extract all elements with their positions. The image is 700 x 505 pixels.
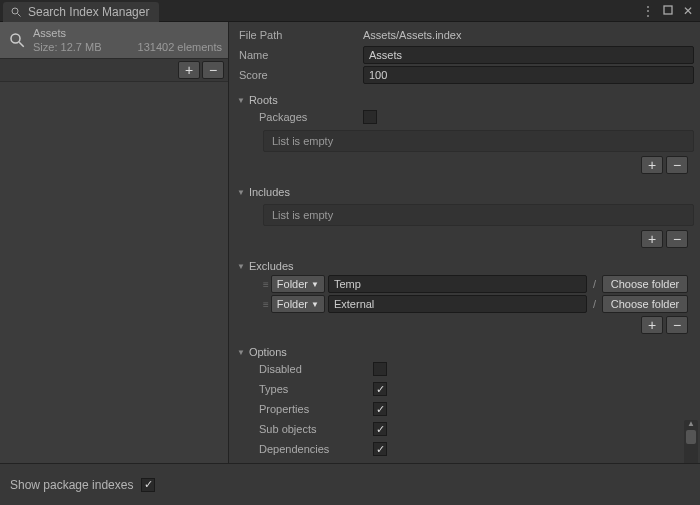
footer: Show package indexes ✓ <box>0 463 700 505</box>
roots-foldout[interactable]: ▼ Roots <box>233 92 694 108</box>
excludes-foldout[interactable]: ▼ Excludes <box>233 258 694 274</box>
chevron-down-icon: ▼ <box>237 262 245 271</box>
index-item-selected[interactable]: Assets Size: 12.7 MB 131402 elements <box>0 22 228 59</box>
chevron-down-icon: ▼ <box>311 280 319 289</box>
show-package-indexes-label: Show package indexes <box>10 478 133 492</box>
option-label: Properties <box>253 403 373 415</box>
roots-remove-button[interactable]: − <box>666 156 688 174</box>
search-icon <box>9 5 23 19</box>
separator: / <box>590 298 599 310</box>
packages-label: Packages <box>253 111 363 123</box>
file-path-label: File Path <box>233 29 363 41</box>
option-checkbox-disabled[interactable] <box>373 362 387 376</box>
excludes-add-button[interactable]: + <box>641 316 663 334</box>
roots-empty: List is empty <box>263 130 694 152</box>
remove-index-button[interactable]: − <box>202 61 224 79</box>
option-checkbox-subobjects[interactable]: ✓ <box>373 422 387 436</box>
option-checkbox-properties[interactable]: ✓ <box>373 402 387 416</box>
choose-folder-button[interactable]: Choose folder <box>602 295 688 313</box>
option-label: Sub objects <box>253 423 373 435</box>
add-index-button[interactable]: + <box>178 61 200 79</box>
index-size: Size: 12.7 MB <box>33 40 101 54</box>
maximize-icon[interactable] <box>660 4 676 18</box>
option-checkbox-types[interactable]: ✓ <box>373 382 387 396</box>
includes-foldout[interactable]: ▼ Includes <box>233 184 694 200</box>
choose-folder-button[interactable]: Choose folder <box>602 275 688 293</box>
chevron-down-icon: ▼ <box>237 96 245 105</box>
chevron-down-icon: ▼ <box>311 300 319 309</box>
svg-rect-2 <box>664 6 672 14</box>
excludes-title: Excludes <box>249 260 294 272</box>
index-name: Assets <box>33 26 222 40</box>
close-icon[interactable]: ✕ <box>680 4 696 18</box>
excludes-remove-button[interactable]: − <box>666 316 688 334</box>
score-field[interactable] <box>363 66 694 84</box>
option-checkbox-dependencies[interactable]: ✓ <box>373 442 387 456</box>
kebab-icon[interactable]: ⋮ <box>640 4 656 18</box>
score-label: Score <box>233 69 363 81</box>
packages-checkbox[interactable] <box>363 110 377 124</box>
options-title: Options <box>249 346 287 358</box>
includes-remove-button[interactable]: − <box>666 230 688 248</box>
includes-empty: List is empty <box>263 204 694 226</box>
roots-add-button[interactable]: + <box>641 156 663 174</box>
svg-line-4 <box>19 42 24 47</box>
file-path-value: Assets/Assets.index <box>363 29 694 41</box>
drag-handle-icon[interactable]: ≡ <box>263 299 268 310</box>
index-elements: 131402 elements <box>138 40 222 54</box>
name-field[interactable] <box>363 46 694 64</box>
magnifier-icon <box>6 29 28 51</box>
index-sidebar: Assets Size: 12.7 MB 131402 elements + − <box>0 22 229 463</box>
includes-add-button[interactable]: + <box>641 230 663 248</box>
exclude-row: ≡ Folder ▼ / Choose folder <box>233 294 694 314</box>
window-title: Search Index Manager <box>28 5 149 19</box>
scrollbar-vertical[interactable]: ▲ ▼ <box>684 420 698 463</box>
show-package-indexes-checkbox[interactable]: ✓ <box>141 478 155 492</box>
chevron-down-icon: ▼ <box>237 188 245 197</box>
includes-title: Includes <box>249 186 290 198</box>
drag-handle-icon[interactable]: ≡ <box>263 279 268 290</box>
option-label: Disabled <box>253 363 373 375</box>
scroll-up-icon[interactable]: ▲ <box>684 420 698 428</box>
separator: / <box>590 278 599 290</box>
exclude-value-field[interactable] <box>328 275 587 293</box>
option-label: Dependencies <box>253 443 373 455</box>
roots-title: Roots <box>249 94 278 106</box>
svg-point-0 <box>12 8 18 14</box>
svg-point-3 <box>11 34 20 43</box>
exclude-type-label: Folder <box>277 298 308 310</box>
window-tab[interactable]: Search Index Manager <box>3 2 159 22</box>
details-panel: File Path Assets/Assets.index Name Score… <box>229 22 700 463</box>
scrollbar-thumb[interactable] <box>686 430 696 444</box>
exclude-row: ≡ Folder ▼ / Choose folder <box>233 274 694 294</box>
options-foldout[interactable]: ▼ Options <box>233 344 694 360</box>
exclude-value-field[interactable] <box>328 295 587 313</box>
window-titlebar: Search Index Manager ⋮ ✕ <box>0 0 700 22</box>
exclude-type-label: Folder <box>277 278 308 290</box>
svg-line-1 <box>18 13 21 16</box>
option-label: Types <box>253 383 373 395</box>
name-label: Name <box>233 49 363 61</box>
exclude-type-dropdown[interactable]: Folder ▼ <box>271 275 325 293</box>
exclude-type-dropdown[interactable]: Folder ▼ <box>271 295 325 313</box>
chevron-down-icon: ▼ <box>237 348 245 357</box>
